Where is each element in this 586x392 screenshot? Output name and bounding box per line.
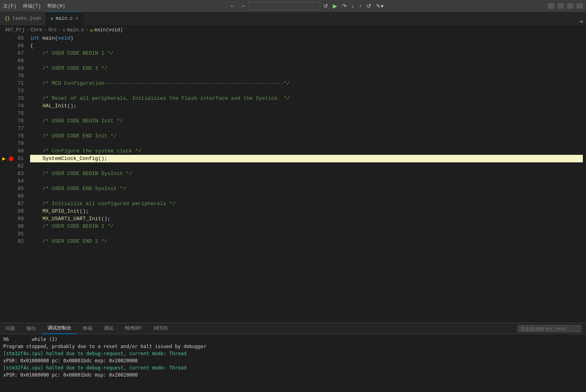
gutter-line [0, 185, 8, 192]
line-number[interactable]: 78 [13, 132, 24, 140]
tab-tasks-label: tasks.json [12, 16, 41, 21]
bottom-panel: 问题 输出 调试控制台 终端 调试 MEMORY XRTOS 96 while … [0, 323, 586, 392]
debug-reset-button[interactable]: ↺ [365, 2, 373, 10]
line-number[interactable]: 79 [13, 140, 24, 147]
breadcrumb-func-icon: ◎ [90, 28, 93, 33]
gutter-line [0, 162, 8, 170]
line-number[interactable]: 86 [13, 192, 24, 200]
line-number[interactable]: 87 [13, 200, 24, 207]
code-line: /* USER CODE END Init */ [30, 132, 583, 140]
layout-icon-3[interactable] [567, 3, 573, 9]
tab-close-button[interactable]: × [75, 16, 78, 21]
debug-console-content: 96 while (1)Program stopped, probably du… [0, 334, 586, 392]
line-number[interactable]: 85 [13, 185, 24, 192]
bottom-tab-memory[interactable]: MEMORY [119, 323, 148, 334]
nav-forward-button[interactable]: → [239, 2, 247, 10]
current-arrow-icon: ▶ [2, 155, 6, 162]
line-number[interactable]: 92 [13, 238, 24, 245]
line-number[interactable]: 70 [13, 72, 24, 80]
breadcrumb-project[interactable]: 407_Prj [5, 27, 25, 33]
title-bar: 文(F) 终端(T) 帮助(H) ← → ↺ ▶ ↷ ↓ ↑ ↺ ✎▾ [0, 0, 586, 12]
line-number[interactable]: 71 [13, 80, 24, 87]
bottom-tab-output[interactable]: 输出 [21, 323, 42, 334]
debug-continue-button[interactable]: ▶ [331, 2, 339, 10]
line-number[interactable]: 69 [13, 65, 24, 72]
line-number[interactable]: 89 [13, 215, 24, 223]
search-input[interactable] [249, 2, 320, 10]
line-number[interactable]: 73 [13, 95, 24, 102]
editor-gutter: ▶ [0, 34, 8, 323]
code-line [30, 140, 583, 147]
line-number[interactable]: 67 [13, 49, 24, 57]
code-line: int main(void) [30, 34, 583, 42]
code-line: /* Configure the system clock */ [30, 147, 583, 155]
code-line [30, 87, 583, 95]
debug-stepout-button[interactable]: ↑ [357, 2, 363, 10]
layout-icon-4[interactable] [576, 3, 583, 9]
debug-stepinto-button[interactable]: ↓ [350, 2, 356, 10]
gutter-line [0, 147, 8, 155]
code-line: /* USER CODE BEGIN SysInit */ [30, 170, 583, 177]
tab-json-icon: {} [5, 16, 10, 21]
tab-tasks-json[interactable]: {} tasks.json [0, 11, 46, 25]
line-number[interactable]: 66 [13, 42, 24, 49]
breadcrumb-function[interactable]: main(void) [94, 27, 123, 33]
gutter-line [0, 57, 8, 65]
line-number[interactable]: 80 [13, 147, 24, 155]
line-number[interactable]: 91 [13, 230, 24, 238]
menu-help[interactable]: 帮助(H) [47, 3, 65, 10]
line-number[interactable]: 77 [13, 125, 24, 132]
line-number[interactable]: 81 [13, 155, 24, 162]
line-number[interactable]: 74 [13, 102, 24, 110]
title-bar-right [548, 3, 583, 9]
line-number[interactable]: 90 [13, 223, 24, 230]
debug-restart-button[interactable]: ↺ [322, 2, 330, 10]
breadcrumb-src[interactable]: Src [48, 27, 57, 33]
code-line [30, 192, 583, 200]
code-line [30, 72, 583, 80]
line-number[interactable]: 82 [13, 162, 24, 170]
line-number[interactable]: 75 [13, 110, 24, 117]
breadcrumb-file[interactable]: main.c [67, 27, 84, 33]
bottom-tab-debug[interactable]: 调试 [98, 323, 119, 334]
tab-main-c[interactable]: c main.c × [46, 11, 84, 25]
debug-settings-button[interactable]: ✎▾ [374, 2, 385, 10]
breadcrumb-core[interactable]: Core [31, 27, 42, 33]
breadcrumb-sep-3: › [58, 27, 61, 33]
gutter-line [0, 102, 8, 110]
bottom-tab-terminal[interactable]: 终端 [77, 323, 98, 334]
line-number[interactable]: 84 [13, 177, 24, 185]
menu-file[interactable]: 文(F) [3, 3, 17, 10]
line-number[interactable]: 88 [13, 207, 24, 215]
code-line [30, 177, 583, 185]
filter-input[interactable] [518, 325, 581, 332]
layout-icon-2[interactable] [557, 3, 564, 9]
code-line: MX_GPIO_Init(); [30, 207, 583, 215]
gutter-line [0, 223, 8, 230]
gutter-line [0, 132, 8, 140]
tab-split-button[interactable]: ⇥ [579, 17, 583, 25]
code-editor[interactable]: ▶ 65666768697071727374757677787980818283… [0, 34, 586, 323]
bottom-tab-problems[interactable]: 问题 [0, 323, 21, 334]
code-line: /* USER CODE END 2 */ [30, 238, 583, 245]
debug-console-line: 96 while (1) [3, 336, 583, 343]
line-number[interactable]: 72 [13, 87, 24, 95]
debug-console-line: [stm32f4x.cpu] halted due to debug-reque… [3, 350, 583, 357]
code-line: SystemClock_Config(); [30, 155, 583, 162]
line-number[interactable]: 65 [13, 34, 24, 42]
bottom-tab-xrtos[interactable]: XRTOS [148, 323, 174, 334]
line-number[interactable]: 76 [13, 117, 24, 125]
debug-stepover-button[interactable]: ↷ [340, 2, 348, 10]
gutter-line [0, 117, 8, 125]
code-line: MX_USART1_UART_Init(); [30, 215, 583, 223]
layout-icon-1[interactable] [548, 3, 554, 9]
gutter-line [0, 177, 8, 185]
line-number[interactable]: 83 [13, 170, 24, 177]
menu-bar: 文(F) 终端(T) 帮助(H) [3, 3, 65, 10]
nav-back-button[interactable]: ← [228, 2, 237, 10]
bottom-tab-debug-console[interactable]: 调试控制台 [42, 323, 77, 334]
breadcrumb-sep-4: › [86, 27, 88, 33]
line-number[interactable]: 68 [13, 57, 24, 65]
debug-console-line: Program stopped, probably due to a reset… [3, 343, 583, 350]
menu-terminal[interactable]: 终端(T) [23, 3, 41, 10]
